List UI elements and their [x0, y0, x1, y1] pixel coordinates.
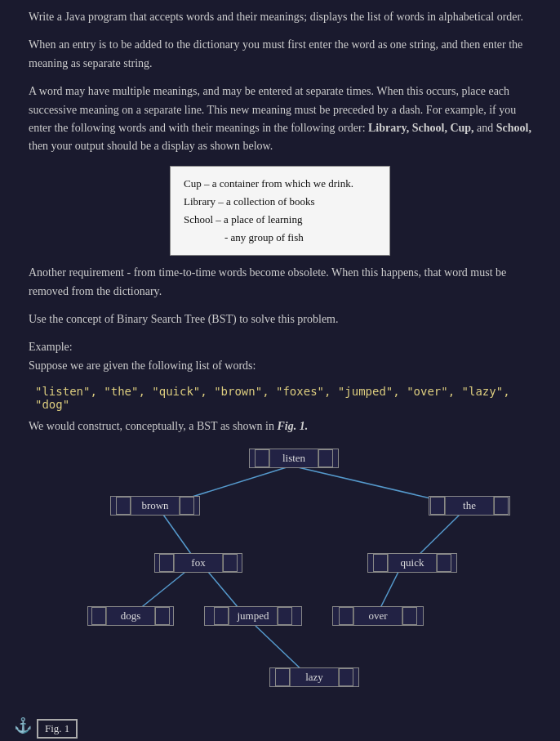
- node-over-text: over: [353, 607, 402, 625]
- node-quick-left: [373, 554, 388, 572]
- p3-end: then your output should be a display as …: [29, 140, 273, 152]
- node-jumped-right: [278, 607, 292, 625]
- example-line-3: School – a place of learning: [184, 211, 376, 229]
- fig-label-text: Fig. 1: [45, 722, 69, 734]
- bst-tree: listen brown the fox quick: [29, 445, 531, 707]
- suppose-text: Suppose we are given the following list …: [29, 359, 256, 372]
- svg-line-2: [298, 467, 448, 502]
- example-line-4: - any group of fish: [224, 229, 376, 247]
- node-listen: listen: [249, 449, 339, 468]
- node-brown: brown: [110, 496, 200, 516]
- node-listen-right: [318, 449, 333, 467]
- p3-middle: and: [474, 122, 496, 134]
- node-lazy-left: [275, 668, 290, 686]
- use-bst-text: Use the concept of Binary Search Tree (B…: [29, 310, 531, 328]
- node-dogs: dogs: [87, 606, 174, 626]
- node-quick: quick: [367, 553, 457, 573]
- fig1-ref: Fig. 1.: [278, 420, 309, 432]
- node-jumped-left: [214, 607, 229, 625]
- node-over: over: [332, 606, 424, 626]
- node-the-left: [430, 497, 445, 515]
- node-dogs-right: [155, 607, 170, 625]
- fig-reference: We would construct, conceptually, a BST …: [29, 417, 531, 435]
- node-over-left: [339, 607, 353, 625]
- node-lazy: lazy: [269, 667, 359, 687]
- node-quick-right: [437, 554, 451, 572]
- node-brown-text: brown: [131, 497, 180, 515]
- example-box: Cup – a container from which we drink. L…: [170, 166, 390, 256]
- anchor-icon: ⚓: [14, 716, 32, 734]
- example-label: Example: Suppose we are given the follow…: [29, 338, 531, 375]
- fig-label-box: Fig. 1: [37, 719, 78, 739]
- content-area: Write a Java program that accepts words …: [29, 8, 531, 739]
- p3-school: School,: [496, 122, 531, 134]
- node-the: the: [429, 496, 510, 516]
- node-listen-left: [255, 449, 269, 467]
- node-fox-left: [159, 554, 174, 572]
- would-construct-text: We would construct, conceptually, a BST …: [29, 420, 278, 432]
- node-jumped-text: jumped: [229, 607, 278, 625]
- node-brown-right: [180, 497, 194, 515]
- node-dogs-text: dogs: [106, 607, 155, 625]
- fig-label-area: ⚓ Fig. 1: [37, 719, 78, 739]
- node-fox-right: [223, 554, 238, 572]
- node-listen-text: listen: [269, 449, 318, 467]
- node-dogs-left: [91, 607, 106, 625]
- node-the-text: the: [445, 497, 494, 515]
- word-list: "listen", "the", "quick", "brown", "foxe…: [35, 385, 531, 411]
- node-lazy-text: lazy: [290, 668, 339, 686]
- requirement-text: Another requirement - from time-to-time …: [29, 264, 531, 301]
- p3-words: Library, School, Cup,: [368, 122, 474, 134]
- node-fox: fox: [154, 553, 242, 573]
- node-the-right: [494, 497, 509, 515]
- paragraph-2: When an entry is to be added to the dict…: [29, 36, 531, 73]
- node-quick-text: quick: [388, 554, 437, 572]
- node-jumped: jumped: [204, 606, 302, 626]
- node-lazy-right: [339, 668, 353, 686]
- paragraph-3: A word may have multiple meanings, and m…: [29, 83, 531, 156]
- example-line-2: Library – a collection of books: [184, 193, 376, 211]
- example-line-1: Cup – a container from which we drink.: [184, 175, 376, 193]
- node-fox-text: fox: [174, 554, 223, 572]
- node-brown-left: [116, 497, 131, 515]
- node-over-right: [402, 607, 417, 625]
- paragraph-1: Write a Java program that accepts words …: [29, 8, 531, 26]
